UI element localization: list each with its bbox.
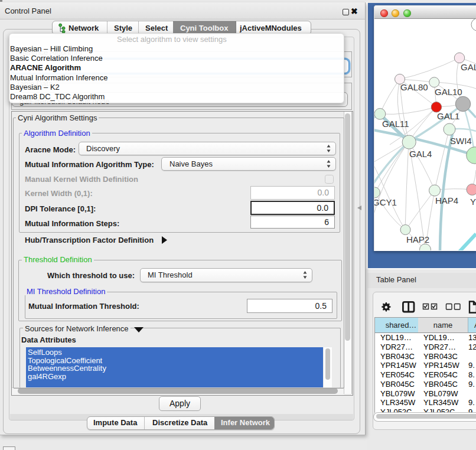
svg-text:GAL1: GAL1 [437,111,459,121]
svg-text:GAL10: GAL10 [435,87,462,97]
svg-text:GAL11: GAL11 [382,119,409,129]
svg-text:GAL80: GAL80 [400,82,428,92]
svg-text:GAL4: GAL4 [409,149,432,159]
svg-text:HAP4: HAP4 [435,195,458,206]
svg-text:HAP2: HAP2 [406,234,429,244]
svg-text:Y: Y [470,197,476,207]
svg-text:SWI4: SWI4 [450,136,472,146]
svg-text:GAL7: GAL7 [461,62,476,72]
svg-text:GCY1: GCY1 [374,197,397,207]
